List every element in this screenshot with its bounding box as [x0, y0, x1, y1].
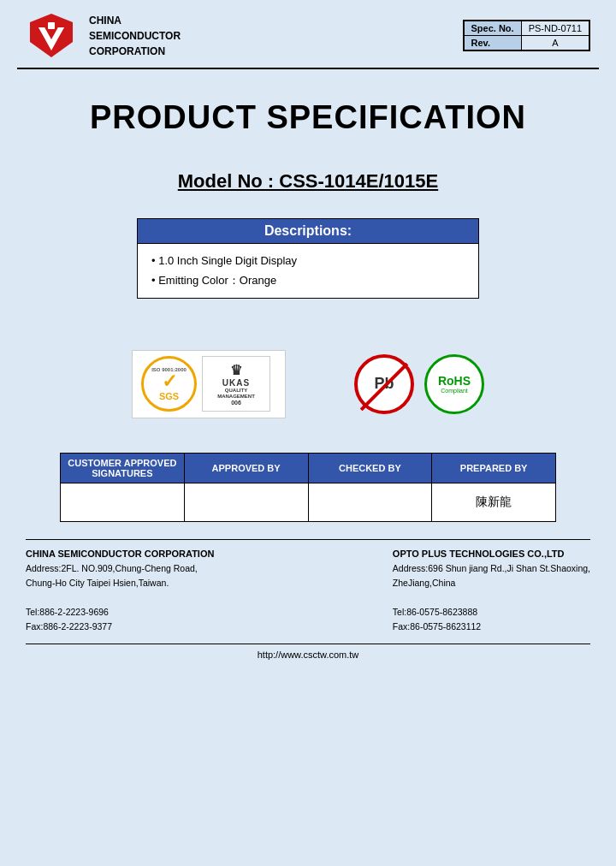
- compliant-text: Compliant: [441, 388, 468, 394]
- footer-right: OPTO PLUS TECHNOLOGIES CO.,LTD Address:6…: [393, 547, 590, 634]
- company-logo: [26, 12, 77, 59]
- spec-no-label: Spec. No.: [464, 21, 521, 36]
- footer-bottom-divider: [26, 644, 590, 644]
- spec-info-table: Spec. No. PS-ND-0711 Rev. A: [463, 20, 590, 51]
- ukas-crown-icon: ♛: [230, 362, 242, 378]
- footer-url: http://www.csctw.com.tw: [0, 650, 616, 668]
- model-section: Model No : CSS-1014E/1015E: [0, 153, 616, 218]
- approved-by-header: APPROVED BY: [184, 453, 308, 483]
- rohs-badge: RoHS Compliant: [424, 354, 484, 414]
- footer-top-divider: [26, 539, 590, 540]
- rohs-pb-box: Pb RoHS Compliant: [354, 354, 484, 414]
- company-name: CHINA SEMICONDUCTOR CORPORATION: [89, 13, 181, 59]
- rohs-text: RoHS: [438, 374, 471, 388]
- footer-right-company: OPTO PLUS TECHNOLOGIES CO.,LTD: [393, 547, 590, 562]
- footer-left: CHINA SEMICONDUCTOR CORPORATION Address:…: [26, 547, 214, 634]
- page: CHINA SEMICONDUCTOR CORPORATION Spec. No…: [0, 0, 616, 866]
- model-number: Model No : CSS-1014E/1015E: [17, 170, 599, 193]
- spec-no-value: PS-ND-0711: [521, 21, 589, 36]
- footer-left-address1: Address:2FL. NO.909,Chung-Cheng Road,: [26, 561, 214, 576]
- footer-left-tel: Tel:886-2-2223-9696: [26, 605, 214, 620]
- footer-left-fax: Fax:886-2-2223-9377: [26, 620, 214, 634]
- footer-right-tel: Tel:86-0575-8623888: [393, 605, 590, 620]
- page-title: PRODUCT SPECIFICATION: [17, 99, 599, 136]
- no-pb-badge: Pb: [354, 354, 414, 414]
- sgs-checkmark: ✓: [162, 372, 177, 391]
- certifications-section: ISO 9001:2000 ✓ SGS ♛ UKAS QUALITYMANAGE…: [0, 324, 616, 444]
- descriptions-header: Descriptions:: [137, 218, 479, 244]
- ukas-subtitle: QUALITYMANAGEMENT: [217, 388, 255, 400]
- approval-section: CUSTOMER APPROVEDSIGNATURES APPROVED BY …: [60, 453, 556, 522]
- footer-content: CHINA SEMICONDUCTOR CORPORATION Address:…: [0, 547, 616, 634]
- footer-right-address1: Address:696 Shun jiang Rd.,Ji Shan St.Sh…: [393, 561, 590, 576]
- sgs-text: SGS: [159, 391, 179, 401]
- checked-by-header: CHECKED BY: [308, 453, 432, 483]
- svg-rect-4: [48, 22, 55, 29]
- descriptions-section: Descriptions: • 1.0 Inch Single Digit Di…: [137, 218, 479, 299]
- ukas-box: ♛ UKAS QUALITYMANAGEMENT 006: [202, 356, 270, 412]
- footer-left-address2: Chung-Ho City Taipei Hsien,Taiwan.: [26, 576, 214, 590]
- footer-right-fax: Fax:86-0575-8623112: [393, 620, 590, 634]
- ukas-number: 006: [231, 400, 241, 406]
- prepared-by-header: PREPARED BY: [432, 453, 556, 483]
- ukas-name: UKAS: [222, 378, 250, 388]
- header: CHINA SEMICONDUCTOR CORPORATION Spec. No…: [0, 0, 616, 68]
- sgs-ukas-box: ISO 9001:2000 ✓ SGS ♛ UKAS QUALITYMANAGE…: [132, 350, 286, 418]
- rev-value: A: [521, 36, 589, 50]
- approval-table: CUSTOMER APPROVEDSIGNATURES APPROVED BY …: [60, 453, 556, 522]
- prepared-by-cell: 陳新龍: [432, 483, 556, 521]
- descriptions-body: • 1.0 Inch Single Digit Display • Emitti…: [137, 244, 479, 299]
- customer-sig-cell: [61, 483, 185, 521]
- title-section: PRODUCT SPECIFICATION: [0, 69, 616, 153]
- header-left: CHINA SEMICONDUCTOR CORPORATION: [26, 12, 181, 59]
- approved-by-cell: [184, 483, 308, 521]
- footer-right-address2: ZheJiang,China: [393, 576, 590, 590]
- no-pb-slash: [360, 362, 409, 411]
- description-item-2: • Emitting Color：Orange: [151, 270, 465, 290]
- svg-marker-0: [30, 14, 73, 57]
- rev-label: Rev.: [464, 36, 521, 50]
- checked-by-cell: [308, 483, 432, 521]
- description-item-1: • 1.0 Inch Single Digit Display: [151, 251, 465, 270]
- sgs-badge: ISO 9001:2000 ✓ SGS: [141, 356, 197, 412]
- customer-sig-header: CUSTOMER APPROVEDSIGNATURES: [61, 453, 185, 483]
- footer-left-company: CHINA SEMICONDUCTOR CORPORATION: [26, 547, 214, 562]
